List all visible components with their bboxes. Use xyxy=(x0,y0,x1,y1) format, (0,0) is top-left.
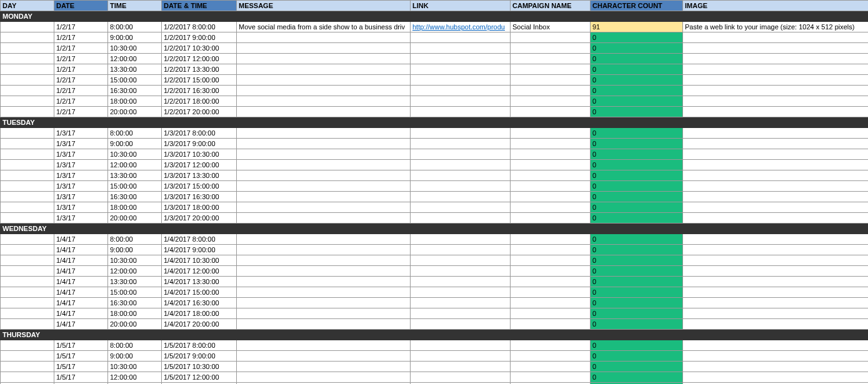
cell-char-count[interactable]: 0 xyxy=(591,149,683,160)
cell-campaign[interactable] xyxy=(511,266,591,277)
cell-char-count[interactable]: 0 xyxy=(591,319,683,330)
cell-day[interactable] xyxy=(1,277,54,287)
cell-image[interactable] xyxy=(683,192,869,202)
cell-message[interactable] xyxy=(237,107,411,117)
header-date[interactable]: DATE xyxy=(54,1,108,11)
cell-time[interactable]: 12:00:00 xyxy=(108,372,162,383)
cell-date[interactable]: 1/3/17 xyxy=(54,213,108,224)
cell-message[interactable] xyxy=(237,362,411,372)
cell-image[interactable] xyxy=(683,298,869,308)
cell-datetime[interactable]: 1/4/2017 10:30:00 xyxy=(162,255,237,266)
cell-message[interactable] xyxy=(237,43,411,54)
cell-datetime[interactable]: 1/2/2017 13:30:00 xyxy=(162,64,237,75)
cell-date[interactable]: 1/3/17 xyxy=(54,160,108,170)
cell-time[interactable]: 8:00:00 xyxy=(108,340,162,351)
cell-time[interactable]: 13:30:00 xyxy=(108,277,162,287)
cell-date[interactable]: 1/5/17 xyxy=(54,372,108,383)
cell-date[interactable]: 1/3/17 xyxy=(54,149,108,160)
cell-datetime[interactable]: 1/2/2017 18:00:00 xyxy=(162,96,237,107)
cell-link[interactable] xyxy=(411,362,511,372)
cell-message[interactable] xyxy=(237,128,411,139)
cell-datetime[interactable]: 1/3/2017 16:30:00 xyxy=(162,192,237,202)
cell-day[interactable] xyxy=(1,160,54,170)
cell-time[interactable]: 16:30:00 xyxy=(108,192,162,202)
cell-campaign[interactable] xyxy=(511,107,591,117)
cell-datetime[interactable]: 1/4/2017 12:00:00 xyxy=(162,266,237,277)
cell-campaign[interactable] xyxy=(511,54,591,64)
cell-time[interactable]: 12:00:00 xyxy=(108,54,162,64)
cell-link[interactable] xyxy=(411,372,511,383)
schedule-table[interactable]: DAYDATETIMEDATE & TIMEMESSAGELINKCAMPAIG… xyxy=(0,0,868,384)
cell-time[interactable]: 8:00:00 xyxy=(108,234,162,245)
cell-campaign[interactable] xyxy=(511,298,591,308)
cell-campaign[interactable] xyxy=(511,319,591,330)
cell-image[interactable] xyxy=(683,255,869,266)
cell-image[interactable] xyxy=(683,266,869,277)
cell-day[interactable] xyxy=(1,54,54,64)
cell-campaign[interactable]: Social Inbox xyxy=(511,22,591,32)
cell-campaign[interactable] xyxy=(511,64,591,75)
cell-char-count[interactable]: 0 xyxy=(591,75,683,86)
cell-day[interactable] xyxy=(1,149,54,160)
header-time[interactable]: TIME xyxy=(108,1,162,11)
cell-date[interactable]: 1/2/17 xyxy=(54,75,108,86)
cell-link[interactable] xyxy=(411,340,511,351)
cell-date[interactable]: 1/4/17 xyxy=(54,266,108,277)
cell-day[interactable] xyxy=(1,319,54,330)
cell-char-count[interactable]: 0 xyxy=(591,362,683,372)
cell-link[interactable] xyxy=(411,54,511,64)
cell-char-count[interactable]: 0 xyxy=(591,192,683,202)
cell-image[interactable] xyxy=(683,319,869,330)
cell-message[interactable] xyxy=(237,255,411,266)
cell-datetime[interactable]: 1/3/2017 15:00:00 xyxy=(162,181,237,192)
cell-date[interactable]: 1/2/17 xyxy=(54,96,108,107)
cell-image[interactable] xyxy=(683,213,869,224)
cell-time[interactable]: 13:30:00 xyxy=(108,170,162,181)
cell-datetime[interactable]: 1/4/2017 18:00:00 xyxy=(162,308,237,319)
cell-campaign[interactable] xyxy=(511,128,591,139)
cell-datetime[interactable]: 1/2/2017 20:00:00 xyxy=(162,107,237,117)
cell-char-count[interactable]: 0 xyxy=(591,255,683,266)
cell-message[interactable] xyxy=(237,32,411,43)
cell-datetime[interactable]: 1/3/2017 13:30:00 xyxy=(162,170,237,181)
cell-link[interactable] xyxy=(411,319,511,330)
cell-day[interactable] xyxy=(1,287,54,298)
cell-campaign[interactable] xyxy=(511,75,591,86)
cell-link[interactable] xyxy=(411,149,511,160)
cell-link[interactable] xyxy=(411,255,511,266)
cell-date[interactable]: 1/2/17 xyxy=(54,32,108,43)
cell-link[interactable] xyxy=(411,86,511,96)
cell-message[interactable] xyxy=(237,266,411,277)
cell-message[interactable] xyxy=(237,160,411,170)
cell-char-count[interactable]: 0 xyxy=(591,234,683,245)
cell-campaign[interactable] xyxy=(511,96,591,107)
cell-campaign[interactable] xyxy=(511,149,591,160)
cell-campaign[interactable] xyxy=(511,139,591,149)
cell-message[interactable] xyxy=(237,372,411,383)
cell-char-count[interactable]: 0 xyxy=(591,160,683,170)
cell-message[interactable] xyxy=(237,96,411,107)
cell-message[interactable] xyxy=(237,277,411,287)
cell-link[interactable] xyxy=(411,277,511,287)
cell-day[interactable] xyxy=(1,362,54,372)
cell-datetime[interactable]: 1/2/2017 9:00:00 xyxy=(162,32,237,43)
cell-time[interactable]: 12:00:00 xyxy=(108,266,162,277)
cell-day[interactable] xyxy=(1,96,54,107)
cell-image[interactable] xyxy=(683,181,869,192)
cell-char-count[interactable]: 0 xyxy=(591,54,683,64)
cell-campaign[interactable] xyxy=(511,245,591,255)
cell-date[interactable]: 1/5/17 xyxy=(54,340,108,351)
cell-image[interactable] xyxy=(683,107,869,117)
cell-day[interactable] xyxy=(1,64,54,75)
cell-link[interactable] xyxy=(411,298,511,308)
cell-message[interactable] xyxy=(237,202,411,213)
cell-time[interactable]: 10:30:00 xyxy=(108,149,162,160)
cell-image[interactable] xyxy=(683,75,869,86)
cell-datetime[interactable]: 1/3/2017 20:00:00 xyxy=(162,213,237,224)
cell-day[interactable] xyxy=(1,86,54,96)
cell-link[interactable] xyxy=(411,64,511,75)
cell-campaign[interactable] xyxy=(511,351,591,362)
cell-date[interactable]: 1/3/17 xyxy=(54,181,108,192)
cell-image[interactable] xyxy=(683,149,869,160)
cell-date[interactable]: 1/4/17 xyxy=(54,298,108,308)
